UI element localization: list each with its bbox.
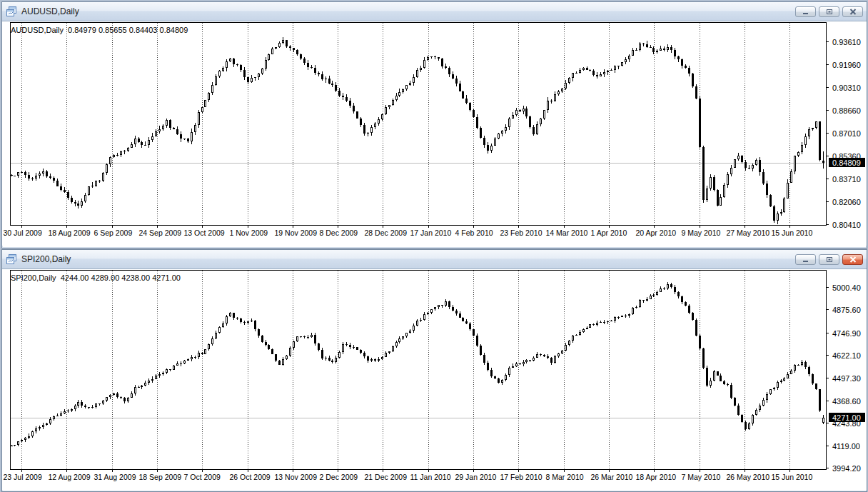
minimize-button[interactable] [795,6,816,17]
svg-text:27 May 2010: 27 May 2010 [727,229,770,237]
svg-text:31 Aug 2009: 31 Aug 2009 [94,473,136,481]
svg-text:4497.30: 4497.30 [832,374,861,383]
svg-text:4622.10: 4622.10 [832,351,861,360]
minimize-icon [802,256,809,263]
svg-text:6 Sep 2009: 6 Sep 2009 [94,229,133,237]
svg-text:26 Oct 2009: 26 Oct 2009 [230,473,271,481]
restore-icon [826,256,833,263]
window-controls [795,254,863,265]
restore-button[interactable] [819,254,839,265]
chart-window-icon[interactable] [6,253,17,265]
svg-text:0.80410: 0.80410 [832,221,861,229]
close-button[interactable] [842,6,863,17]
svg-text:4368.60: 4368.60 [832,397,861,406]
svg-text:1 Nov 2009: 1 Nov 2009 [230,229,268,237]
mdi-workspace: AUDUSD,Daily 0.936100.919600.903100.8866… [0,0,868,492]
svg-text:13 Nov 2009: 13 Nov 2009 [275,473,318,481]
svg-text:19 Nov 2009: 19 Nov 2009 [275,229,318,237]
svg-text:7 Oct 2009: 7 Oct 2009 [184,473,221,481]
window-title: SPI200,Daily [21,254,71,264]
svg-text:8 Dec 2009: 8 Dec 2009 [320,229,358,237]
titlebar-audusd[interactable]: AUDUSD,Daily [2,2,867,21]
svg-text:0.82060: 0.82060 [832,198,861,206]
svg-text:4119.00: 4119.00 [832,442,860,451]
svg-text:26 Mar 2010: 26 Mar 2010 [591,473,633,481]
svg-text:13 Oct 2009: 13 Oct 2009 [184,229,225,237]
restore-icon [826,9,833,15]
svg-text:15 Jun 2010: 15 Jun 2010 [772,473,813,481]
minimize-button[interactable] [795,254,816,265]
svg-text:11 Jan 2010: 11 Jan 2010 [410,473,451,481]
svg-text:18 Sep 2009: 18 Sep 2009 [139,473,182,481]
svg-text:4746.90: 4746.90 [832,329,861,338]
chart-window-icon[interactable] [6,6,17,17]
svg-text:2 Dec 2009: 2 Dec 2009 [320,473,358,481]
svg-text:24 Sep 2009: 24 Sep 2009 [139,229,182,237]
chart-area-audusd: 0.936100.919600.903100.886600.870100.853… [2,21,867,246]
svg-text:0.88660: 0.88660 [832,106,861,115]
svg-text:26 May 2010: 26 May 2010 [727,473,770,481]
svg-text:4875.60: 4875.60 [832,306,861,314]
svg-text:0.87010: 0.87010 [832,129,861,138]
chart-area-spi200: 5000.404875.604746.904622.104497.304368.… [2,269,867,490]
svg-text:28 Dec 2009: 28 Dec 2009 [365,229,408,237]
svg-text:30 Jul 2009: 30 Jul 2009 [4,229,42,237]
svg-text:12 Aug 2009: 12 Aug 2009 [49,473,91,481]
svg-text:21 Dec 2009: 21 Dec 2009 [365,473,408,481]
chart-window-spi200: SPI200,Daily 5000.404875.604746.904622.1… [1,249,867,492]
svg-text:8 Mar 2010: 8 Mar 2010 [546,473,584,481]
close-button[interactable] [842,254,863,265]
window-controls [795,6,863,17]
svg-text:17 Feb 2010: 17 Feb 2010 [500,473,542,481]
svg-text:0.83710: 0.83710 [832,175,861,184]
svg-text:4271.00: 4271.00 [832,413,861,422]
svg-text:9 May 2010: 9 May 2010 [682,229,721,237]
restore-button[interactable] [819,6,839,17]
current-price-tag: 0.84809 [829,158,865,167]
svg-text:18 Apr 2010: 18 Apr 2010 [636,473,677,481]
close-icon [849,256,857,263]
svg-text:4 Feb 2010: 4 Feb 2010 [455,229,493,237]
svg-text:29 Jan 2010: 29 Jan 2010 [455,473,497,481]
minimize-icon [802,9,809,15]
svg-text:7 May 2010: 7 May 2010 [682,473,721,481]
svg-text:3994.20: 3994.20 [832,464,861,473]
svg-text:0.93610: 0.93610 [832,38,861,46]
current-price-tag: 4271.00 [829,413,865,422]
svg-text:18 Aug 2009: 18 Aug 2009 [49,229,91,237]
window-title: AUDUSD,Daily [21,6,79,16]
ohlc-readout-spi200: SPI200,Daily 4244.00 4289.00 4238.00 427… [11,273,181,282]
svg-text:15 Jun 2010: 15 Jun 2010 [772,229,813,237]
svg-text:0.84809: 0.84809 [832,159,861,167]
svg-text:1 Apr 2010: 1 Apr 2010 [591,229,627,237]
chart-window-audusd: AUDUSD,Daily 0.936100.919600.903100.8866… [1,1,867,248]
candlestick-chart-spi200[interactable]: 5000.404875.604746.904622.104497.304368.… [2,269,865,490]
svg-text:14 Mar 2010: 14 Mar 2010 [546,229,588,237]
ohlc-readout-audusd: AUDUSD,Daily 0.84979 0.85655 0.84403 0.8… [11,26,188,34]
candlestick-chart-audusd[interactable]: 0.936100.919600.903100.886600.870100.853… [2,21,865,246]
svg-text:5000.40: 5000.40 [832,283,861,292]
svg-text:17 Jan 2010: 17 Jan 2010 [410,229,452,237]
svg-text:20 Apr 2010: 20 Apr 2010 [636,229,677,237]
titlebar-spi200[interactable]: SPI200,Daily [2,250,867,269]
svg-text:0.90310: 0.90310 [832,84,861,92]
svg-text:0.91960: 0.91960 [832,61,861,69]
close-icon [849,9,857,15]
svg-text:23 Jul 2009: 23 Jul 2009 [4,473,42,481]
svg-text:23 Feb 2010: 23 Feb 2010 [500,229,542,237]
